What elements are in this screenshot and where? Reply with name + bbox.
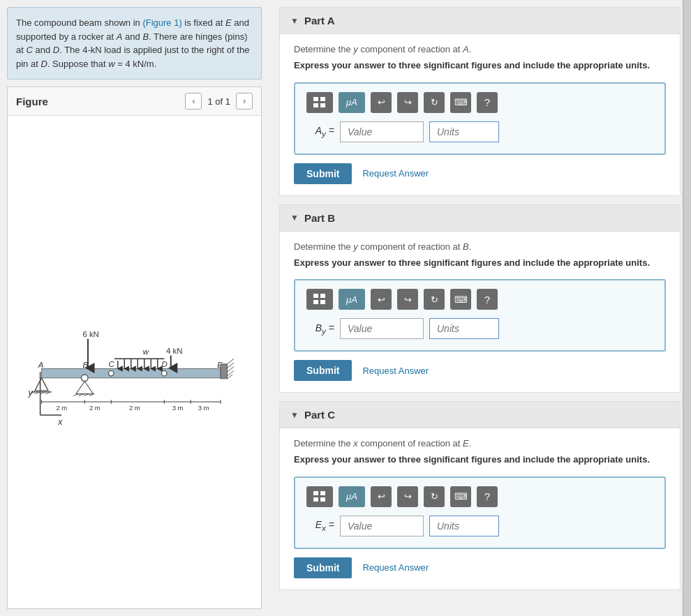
part-b-value-input[interactable] xyxy=(340,318,424,339)
part-a-input-row: Ay = xyxy=(306,121,653,142)
svg-text:w: w xyxy=(143,347,149,356)
part-b-refresh-button[interactable]: ↻ xyxy=(424,289,445,310)
right-panel: ▼ Part A Determine the y component of re… xyxy=(269,0,691,606)
part-c-undo-button[interactable]: ↩ xyxy=(371,486,392,507)
part-a-matrix-button[interactable] xyxy=(306,92,333,113)
part-c-title: Part C xyxy=(304,409,335,421)
svg-rect-4 xyxy=(42,369,221,378)
keyboard-icon-b: ⌨ xyxy=(454,294,468,305)
svg-line-16 xyxy=(73,394,79,396)
matrix-icon xyxy=(313,97,326,108)
part-c-mu-label: μA xyxy=(346,491,357,502)
redo-icon-b: ↪ xyxy=(404,294,412,305)
svg-marker-13 xyxy=(76,382,84,394)
svg-point-12 xyxy=(82,375,89,382)
matrix-icon-b xyxy=(313,294,326,305)
svg-marker-14 xyxy=(84,382,93,394)
part-a-undo-button[interactable]: ↩ xyxy=(371,92,392,113)
part-a-answer-box: μA ↩ ↪ ↻ ⌨ xyxy=(294,82,666,155)
help-label: ? xyxy=(484,96,490,108)
svg-text:x: x xyxy=(57,417,63,427)
help-label-b: ? xyxy=(484,294,490,306)
part-c-instruction: Express your answer to three significant… xyxy=(294,453,666,467)
part-b-help-button[interactable]: ? xyxy=(477,289,498,310)
matrix-icon-c xyxy=(313,491,326,502)
part-c-help-button[interactable]: ? xyxy=(477,486,498,507)
part-c-keyboard-button[interactable]: ⌨ xyxy=(450,486,471,507)
part-b-body: Determine the y component of reaction at… xyxy=(280,232,680,393)
part-b-submit-button[interactable]: Submit xyxy=(294,360,352,381)
part-b-header[interactable]: ▼ Part B xyxy=(280,205,680,232)
part-b-undo-button[interactable]: ↩ xyxy=(371,289,392,310)
problem-statement: The compound beam shown in (Figure 1) is… xyxy=(7,7,262,80)
part-a-submit-button[interactable]: Submit xyxy=(294,163,352,184)
svg-text:6 kN: 6 kN xyxy=(82,330,98,338)
figure-title: Figure xyxy=(16,96,48,107)
svg-rect-39 xyxy=(221,364,228,379)
svg-text:2 m: 2 m xyxy=(129,404,140,412)
part-a-description: Determine the y component of reaction at… xyxy=(294,44,666,54)
part-a-mu-button[interactable]: μA xyxy=(339,92,365,113)
part-c-request-link[interactable]: Request Answer xyxy=(362,562,429,573)
part-b-redo-button[interactable]: ↪ xyxy=(397,289,418,310)
refresh-icon-b: ↻ xyxy=(431,294,438,305)
part-b-request-link[interactable]: Request Answer xyxy=(362,366,429,376)
scrollbar[interactable] xyxy=(683,0,691,616)
keyboard-icon: ⌨ xyxy=(454,97,468,107)
part-a-collapse-icon: ▼ xyxy=(290,16,299,26)
part-c-units-input[interactable] xyxy=(429,516,499,536)
part-a-units-input[interactable] xyxy=(429,121,499,142)
part-c-redo-button[interactable]: ↪ xyxy=(397,486,418,507)
figure-nav: ‹ 1 of 1 › xyxy=(185,93,253,110)
part-a-mu-label: μA xyxy=(346,97,357,107)
left-panel: The compound beam shown in (Figure 1) is… xyxy=(0,0,269,616)
svg-text:D: D xyxy=(161,360,167,368)
part-b-keyboard-button[interactable]: ⌨ xyxy=(450,289,471,310)
part-a-title: Part A xyxy=(304,15,335,27)
svg-text:3 m: 3 m xyxy=(198,404,209,412)
part-a-refresh-button[interactable]: ↻ xyxy=(424,92,445,113)
svg-text:C: C xyxy=(108,360,114,368)
part-a-redo-button[interactable]: ↪ xyxy=(397,92,418,113)
keyboard-icon-c: ⌨ xyxy=(454,491,468,502)
svg-text:A: A xyxy=(38,361,44,369)
figure-section: Figure ‹ 1 of 1 › y x xyxy=(7,87,262,609)
refresh-icon-c: ↻ xyxy=(431,491,438,502)
figure-page-indicator: 1 of 1 xyxy=(207,96,230,107)
part-c-description: Determine the x component of reaction at… xyxy=(294,438,666,449)
part-a-instruction: Express your answer to three significant… xyxy=(294,59,666,73)
svg-text:y: y xyxy=(28,388,34,398)
help-label-c: ? xyxy=(484,490,490,502)
part-c-matrix-button[interactable] xyxy=(306,486,333,507)
undo-icon-b: ↩ xyxy=(378,294,385,305)
svg-marker-5 xyxy=(35,378,48,391)
part-a-body: Determine the y component of reaction at… xyxy=(280,34,680,195)
part-c-value-input[interactable] xyxy=(340,516,424,536)
part-a-request-link[interactable]: Request Answer xyxy=(362,168,429,179)
part-c-mu-button[interactable]: μA xyxy=(339,486,365,507)
part-c-body: Determine the x component of reaction at… xyxy=(280,428,680,589)
part-b-mu-button[interactable]: μA xyxy=(339,289,365,310)
part-b-section: ▼ Part B Determine the y component of re… xyxy=(279,204,681,393)
figure-prev-button[interactable]: ‹ xyxy=(185,93,202,110)
part-b-input-label: By = xyxy=(306,322,334,336)
part-a-keyboard-button[interactable]: ⌨ xyxy=(450,92,471,113)
part-b-units-input[interactable] xyxy=(429,318,499,339)
part-c-submit-button[interactable]: Submit xyxy=(294,557,352,578)
part-c-toolbar: μA ↩ ↪ ↻ ⌨ xyxy=(306,486,653,507)
part-a-header[interactable]: ▼ Part A xyxy=(280,8,680,34)
part-c-answer-box: μA ↩ ↪ ↻ ⌨ xyxy=(294,476,666,549)
part-a-help-button[interactable]: ? xyxy=(477,92,498,113)
part-a-value-input[interactable] xyxy=(340,121,424,142)
redo-icon-c: ↪ xyxy=(404,491,412,502)
beam-diagram: y x xyxy=(22,289,247,435)
redo-icon: ↪ xyxy=(404,97,412,107)
figure-next-button[interactable]: › xyxy=(236,93,253,110)
part-c-action-row: Submit Request Answer xyxy=(294,557,666,578)
part-c-refresh-button[interactable]: ↻ xyxy=(424,486,445,507)
part-c-section: ▼ Part C Determine the x component of re… xyxy=(279,401,681,590)
svg-point-21 xyxy=(108,370,114,376)
part-c-header[interactable]: ▼ Part C xyxy=(280,402,680,428)
part-b-collapse-icon: ▼ xyxy=(290,213,299,223)
part-b-matrix-button[interactable] xyxy=(306,289,333,310)
